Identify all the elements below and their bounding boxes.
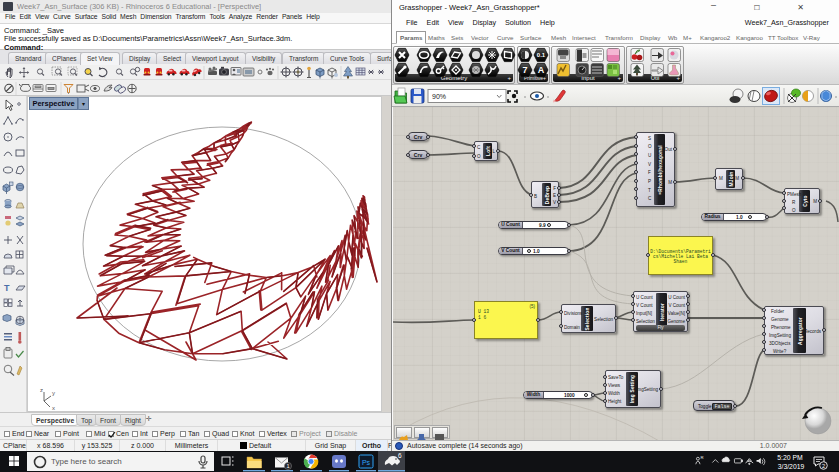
svg-text:3/3/2019: 3/3/2019 — [778, 463, 805, 470]
svg-text:2: 2 — [822, 463, 825, 469]
svg-text:90%: 90% — [432, 93, 446, 100]
svg-text:x: x — [52, 405, 55, 411]
svg-text:,: , — [104, 72, 105, 78]
svg-text:A: A — [538, 65, 545, 75]
svg-text:T: T — [4, 283, 10, 293]
svg-text:7: 7 — [522, 65, 527, 75]
svg-text:1: 1 — [286, 463, 289, 469]
svg-text:y: y — [52, 390, 55, 396]
svg-text:Ps: Ps — [362, 459, 371, 466]
svg-text:5:20 PM: 5:20 PM — [777, 454, 803, 461]
svg-text:6: 6 — [398, 452, 402, 459]
svg-text:0.1: 0.1 — [537, 52, 546, 58]
svg-text:z: z — [40, 387, 43, 393]
svg-text:R: R — [700, 455, 703, 460]
